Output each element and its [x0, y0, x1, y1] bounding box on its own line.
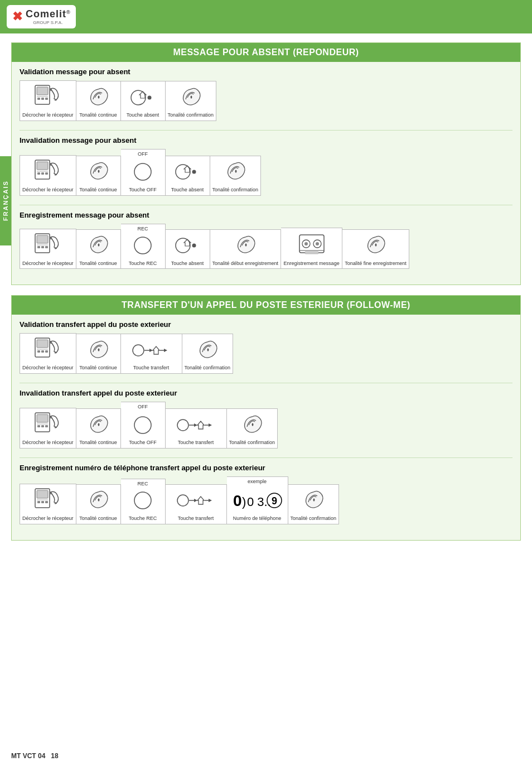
step-tone-confirm-vt-label: Tonalité confirmation [185, 365, 231, 371]
main-content: MESSAGE POUR ABSENT (REPONDEUR) Validati… [0, 33, 532, 562]
step-tonalite1: Tonalité continue [76, 81, 121, 121]
svg-marker-47 [164, 349, 167, 352]
svg-marker-27 [184, 239, 191, 246]
svg-rect-40 [41, 350, 44, 353]
tone-confirm-it-icon [240, 412, 264, 437]
section-message-absent: MESSAGE POUR ABSENT (REPONDEUR) Validati… [11, 42, 521, 285]
svg-rect-22 [37, 246, 40, 248]
step-absent-enr-label: Touche absent [171, 261, 204, 267]
step-tonalite1-label: Tonalité continue [79, 112, 117, 118]
tone-confirm1-icon [179, 85, 202, 110]
svg-rect-35 [305, 252, 318, 254]
record-msg-icon [297, 232, 326, 258]
svg-rect-1 [37, 87, 48, 95]
step-touche-off-inv: OFF Touche OFF [121, 149, 166, 196]
step-tonal-confirm1: Tonalité confirmation [166, 81, 217, 121]
phone-icon [34, 84, 62, 110]
validation-transfert-row: Décrocher le récepteur Tonalité continue [20, 333, 512, 374]
step-tonal-confirm-inv-label: Tonalité confirmation [212, 187, 259, 193]
step-absent-enr: Touche absent [166, 229, 210, 269]
step-tone-confirm-vt: Tonalité confirmation [182, 334, 234, 374]
rec-icon-enr [132, 233, 153, 258]
step-touche-absent-v1: Touche absent [121, 81, 166, 121]
transfert-icon-it [176, 412, 215, 437]
step-phone-number-label: Numéro de téléphone [233, 515, 282, 522]
footer: MT VCT 04 18 [11, 752, 59, 760]
svg-point-33 [316, 242, 319, 245]
svg-rect-52 [41, 425, 44, 427]
svg-point-8 [148, 95, 152, 99]
step-absent-label-v1: Touche absent [127, 112, 159, 118]
tone-icon-1 [86, 85, 110, 110]
svg-point-54 [134, 417, 151, 433]
tone-it-icon [86, 412, 110, 437]
sidebar-label: FRANÇAIS [0, 156, 11, 245]
svg-rect-24 [45, 246, 48, 248]
svg-rect-51 [37, 425, 40, 427]
step-tonal-debut-enr-label: Tonalité début enregistrement [212, 261, 279, 267]
off-label-it: OFF [121, 404, 165, 409]
svg-marker-73 [209, 499, 212, 502]
step-off-inv-label: Touche OFF [129, 187, 157, 193]
step-tonalite-inv-label: Tonalité continue [79, 187, 117, 193]
svg-point-28 [192, 244, 196, 248]
section2-title: TRANSFERT D'UN APPEL DU POSTE ESTERIEUR … [12, 296, 520, 315]
svg-point-25 [134, 237, 151, 254]
svg-text:): ) [242, 495, 246, 509]
svg-rect-53 [45, 425, 48, 427]
svg-rect-13 [41, 172, 44, 175]
phone-et-icon [34, 488, 62, 513]
step-enreg-msg: Enregistrement message [281, 228, 342, 269]
step-tone-confirm-it-label: Tonalité confirmation [229, 440, 275, 446]
step-decrocher-enr: Décrocher le récepteur [20, 229, 76, 269]
svg-rect-5 [45, 98, 48, 100]
step-decrocher-et: Décrocher le récepteur [20, 484, 76, 524]
svg-point-55 [177, 420, 188, 431]
step-decrocher-it-label: Décrocher le récepteur [22, 440, 74, 446]
validation-absent-row: Décrocher le récepteur Tonalité continue [20, 80, 512, 121]
sub2-3-title: Enregistrement numéro de téléphone trans… [20, 464, 512, 472]
tone-debut-enr-icon [234, 233, 257, 258]
footer-model: MT VCT 04 [11, 752, 45, 760]
step-tonalite-inv: Tonalité continue [76, 156, 121, 196]
svg-point-31 [304, 242, 308, 245]
svg-marker-60 [209, 423, 212, 427]
step-decrocher-inv-label: Décrocher le récepteur [22, 187, 74, 193]
exemple-label: exemple [227, 479, 288, 484]
rec-label-et: REC [121, 481, 165, 486]
svg-rect-29 [299, 235, 324, 253]
svg-rect-12 [37, 172, 40, 175]
svg-rect-41 [45, 350, 48, 353]
rec-label-enr: REC [121, 226, 165, 232]
invalidation-transfert-row: Décrocher le récepteur Tonalité continue [20, 402, 512, 449]
tone-enr-icon [86, 233, 110, 258]
step-transfert-vt-label: Touche transfert [133, 365, 170, 371]
sub3-title: Enregistrement message pour absent [20, 211, 512, 219]
page-header: ✖ Comelit® GROUP S.P.A. [0, 0, 532, 33]
step-tone-it-label: Tonalité continue [79, 440, 117, 446]
absent-icon-v1 [128, 85, 157, 110]
svg-text:9: 9 [272, 495, 277, 507]
svg-marker-57 [194, 423, 197, 427]
step-tonal-fine-enr-label: Tonalité fine enregistrement [345, 261, 407, 267]
step-tone-vt: Tonalité continue [76, 334, 121, 374]
transfert-icon-et [176, 488, 215, 513]
step-phone-number: exemple 0 ) 0 3.. 9 Numéro de téléphone [227, 476, 288, 524]
svg-rect-10 [37, 162, 48, 170]
svg-rect-39 [37, 350, 40, 353]
step-decrocher-vt-label: Décrocher le récepteur [22, 365, 74, 371]
logo-sub: GROUP S.P.A. [26, 20, 70, 25]
sub2-2-title: Invalidation transfert appel du poste ex… [20, 389, 512, 397]
svg-rect-20 [37, 235, 48, 243]
sub2-1-title: Validation transfert appel du poste exte… [20, 320, 512, 329]
svg-marker-44 [149, 349, 153, 352]
step-rec-et: REC Touche REC [121, 479, 166, 524]
enregistrement-absent-row: Décrocher le récepteur Tonalité continue [20, 224, 512, 269]
invalidation-absent-row: Décrocher le récepteur Tonalité continue [20, 149, 512, 196]
step-tonal-fine-enr: Tonalité fine enregistrement [342, 229, 409, 269]
footer-page: 18 [51, 752, 58, 760]
sub2-title: Invalidation message pour absent [20, 136, 512, 144]
svg-marker-45 [153, 346, 159, 354]
step-off-it: OFF Touche OFF [121, 402, 166, 449]
tone-confirm-inv-icon [224, 160, 247, 185]
